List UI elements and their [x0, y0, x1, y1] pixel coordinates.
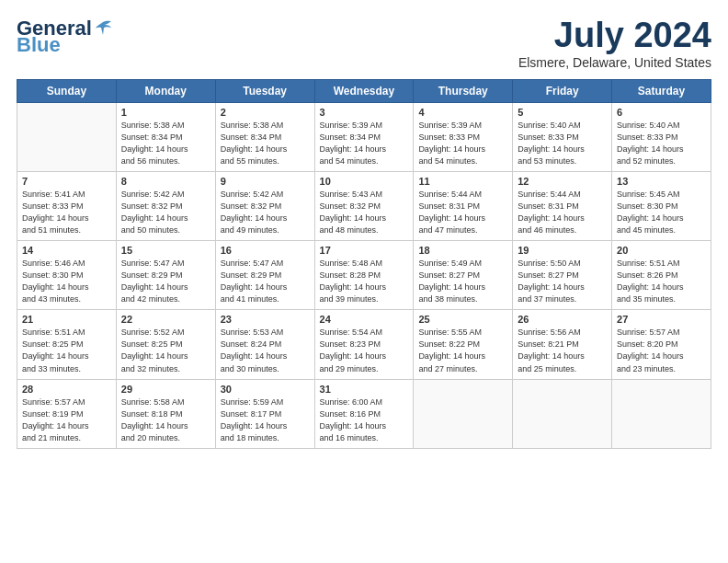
day-number: 6	[617, 107, 706, 118]
day-number: 15	[121, 245, 210, 256]
day-number: 10	[320, 176, 409, 187]
table-row: 6Sunrise: 5:40 AMSunset: 8:33 PMDaylight…	[612, 102, 711, 171]
day-number: 16	[221, 245, 310, 256]
day-number: 26	[518, 314, 607, 325]
day-number: 18	[418, 245, 507, 256]
day-info: Sunrise: 5:46 AMSunset: 8:30 PMDaylight:…	[22, 258, 111, 305]
calendar-week-row: 1Sunrise: 5:38 AMSunset: 8:34 PMDaylight…	[17, 102, 711, 171]
table-row: 26Sunrise: 5:56 AMSunset: 8:21 PMDayligh…	[513, 310, 612, 379]
day-info: Sunrise: 5:44 AMSunset: 8:31 PMDaylight:…	[518, 189, 607, 236]
table-row	[513, 379, 612, 448]
calendar-table: Sunday Monday Tuesday Wednesday Thursday…	[17, 79, 711, 449]
day-number: 2	[221, 107, 310, 118]
table-row: 9Sunrise: 5:42 AMSunset: 8:32 PMDaylight…	[215, 171, 314, 240]
day-number: 3	[320, 107, 409, 118]
day-info: Sunrise: 5:38 AMSunset: 8:34 PMDaylight:…	[221, 120, 310, 167]
day-info: Sunrise: 5:39 AMSunset: 8:34 PMDaylight:…	[320, 120, 409, 167]
day-number: 14	[22, 245, 111, 256]
calendar-week-row: 28Sunrise: 5:57 AMSunset: 8:19 PMDayligh…	[17, 379, 711, 448]
logo-blue-text: Blue	[17, 33, 61, 57]
calendar-header-row: Sunday Monday Tuesday Wednesday Thursday…	[17, 79, 711, 102]
calendar-week-row: 7Sunrise: 5:41 AMSunset: 8:33 PMDaylight…	[17, 171, 711, 240]
day-number: 20	[617, 245, 706, 256]
day-info: Sunrise: 5:57 AMSunset: 8:19 PMDaylight:…	[22, 396, 111, 444]
day-number: 11	[418, 176, 507, 187]
header: General Blue July 2024 Elsmere, Delaware…	[17, 17, 711, 70]
calendar-week-row: 21Sunrise: 5:51 AMSunset: 8:25 PMDayligh…	[17, 310, 711, 379]
day-info: Sunrise: 5:50 AMSunset: 8:27 PMDaylight:…	[518, 258, 607, 305]
day-number: 19	[518, 245, 607, 256]
day-info: Sunrise: 5:40 AMSunset: 8:33 PMDaylight:…	[518, 120, 607, 167]
day-number: 28	[22, 384, 111, 395]
col-thursday: Thursday	[414, 79, 513, 102]
day-number: 12	[518, 176, 607, 187]
day-info: Sunrise: 5:57 AMSunset: 8:20 PMDaylight:…	[617, 327, 706, 374]
table-row: 18Sunrise: 5:49 AMSunset: 8:27 PMDayligh…	[414, 241, 513, 310]
col-saturday: Saturday	[612, 79, 711, 102]
day-number: 8	[121, 176, 210, 187]
day-number: 1	[121, 107, 210, 118]
day-info: Sunrise: 5:42 AMSunset: 8:32 PMDaylight:…	[121, 189, 210, 236]
col-monday: Monday	[116, 79, 215, 102]
col-friday: Friday	[513, 79, 612, 102]
day-info: Sunrise: 5:52 AMSunset: 8:25 PMDaylight:…	[121, 327, 210, 374]
day-info: Sunrise: 5:54 AMSunset: 8:23 PMDaylight:…	[320, 327, 409, 374]
day-info: Sunrise: 5:47 AMSunset: 8:29 PMDaylight:…	[221, 258, 310, 305]
calendar-week-row: 14Sunrise: 5:46 AMSunset: 8:30 PMDayligh…	[17, 241, 711, 310]
day-info: Sunrise: 5:55 AMSunset: 8:22 PMDaylight:…	[418, 327, 507, 374]
day-info: Sunrise: 6:00 AMSunset: 8:16 PMDaylight:…	[320, 396, 409, 444]
day-number: 13	[617, 176, 706, 187]
table-row: 28Sunrise: 5:57 AMSunset: 8:19 PMDayligh…	[17, 379, 117, 448]
day-info: Sunrise: 5:48 AMSunset: 8:28 PMDaylight:…	[320, 258, 409, 305]
day-info: Sunrise: 5:42 AMSunset: 8:32 PMDaylight:…	[221, 189, 310, 236]
day-number: 9	[221, 176, 310, 187]
col-wednesday: Wednesday	[314, 79, 414, 102]
table-row: 8Sunrise: 5:42 AMSunset: 8:32 PMDaylight…	[116, 171, 215, 240]
day-info: Sunrise: 5:59 AMSunset: 8:17 PMDaylight:…	[221, 396, 310, 444]
day-info: Sunrise: 5:47 AMSunset: 8:29 PMDaylight:…	[121, 258, 210, 305]
table-row: 22Sunrise: 5:52 AMSunset: 8:25 PMDayligh…	[116, 310, 215, 379]
day-info: Sunrise: 5:49 AMSunset: 8:27 PMDaylight:…	[418, 258, 507, 305]
table-row: 3Sunrise: 5:39 AMSunset: 8:34 PMDaylight…	[314, 102, 414, 171]
col-tuesday: Tuesday	[215, 79, 314, 102]
page-container: General Blue July 2024 Elsmere, Delaware…	[0, 0, 728, 458]
day-info: Sunrise: 5:44 AMSunset: 8:31 PMDaylight:…	[418, 189, 507, 236]
day-number: 22	[121, 314, 210, 325]
table-row: 24Sunrise: 5:54 AMSunset: 8:23 PMDayligh…	[314, 310, 414, 379]
table-row: 19Sunrise: 5:50 AMSunset: 8:27 PMDayligh…	[513, 241, 612, 310]
day-info: Sunrise: 5:41 AMSunset: 8:33 PMDaylight:…	[22, 189, 111, 236]
table-row: 21Sunrise: 5:51 AMSunset: 8:25 PMDayligh…	[17, 310, 117, 379]
table-row: 10Sunrise: 5:43 AMSunset: 8:32 PMDayligh…	[314, 171, 414, 240]
table-row: 13Sunrise: 5:45 AMSunset: 8:30 PMDayligh…	[612, 171, 711, 240]
table-row: 23Sunrise: 5:53 AMSunset: 8:24 PMDayligh…	[215, 310, 314, 379]
day-number: 23	[221, 314, 310, 325]
day-info: Sunrise: 5:58 AMSunset: 8:18 PMDaylight:…	[121, 396, 210, 444]
table-row: 14Sunrise: 5:46 AMSunset: 8:30 PMDayligh…	[17, 241, 117, 310]
logo-bird-icon	[93, 18, 113, 39]
table-row: 5Sunrise: 5:40 AMSunset: 8:33 PMDaylight…	[513, 102, 612, 171]
day-info: Sunrise: 5:56 AMSunset: 8:21 PMDaylight:…	[518, 327, 607, 374]
day-number: 29	[121, 384, 210, 395]
day-number: 7	[22, 176, 111, 187]
day-number: 4	[418, 107, 507, 118]
table-row: 27Sunrise: 5:57 AMSunset: 8:20 PMDayligh…	[612, 310, 711, 379]
day-info: Sunrise: 5:51 AMSunset: 8:26 PMDaylight:…	[617, 258, 706, 305]
day-info: Sunrise: 5:51 AMSunset: 8:25 PMDaylight:…	[22, 327, 111, 374]
table-row: 15Sunrise: 5:47 AMSunset: 8:29 PMDayligh…	[116, 241, 215, 310]
subtitle: Elsmere, Delaware, United States	[518, 55, 711, 70]
day-number: 30	[221, 384, 310, 395]
day-info: Sunrise: 5:39 AMSunset: 8:33 PMDaylight:…	[418, 120, 507, 167]
day-number: 25	[418, 314, 507, 325]
day-number: 27	[617, 314, 706, 325]
table-row: 16Sunrise: 5:47 AMSunset: 8:29 PMDayligh…	[215, 241, 314, 310]
table-row: 12Sunrise: 5:44 AMSunset: 8:31 PMDayligh…	[513, 171, 612, 240]
table-row: 20Sunrise: 5:51 AMSunset: 8:26 PMDayligh…	[612, 241, 711, 310]
day-number: 24	[320, 314, 409, 325]
table-row: 2Sunrise: 5:38 AMSunset: 8:34 PMDaylight…	[215, 102, 314, 171]
day-info: Sunrise: 5:40 AMSunset: 8:33 PMDaylight:…	[617, 120, 706, 167]
day-number: 17	[320, 245, 409, 256]
table-row: 30Sunrise: 5:59 AMSunset: 8:17 PMDayligh…	[215, 379, 314, 448]
day-info: Sunrise: 5:43 AMSunset: 8:32 PMDaylight:…	[320, 189, 409, 236]
col-sunday: Sunday	[17, 79, 117, 102]
day-info: Sunrise: 5:45 AMSunset: 8:30 PMDaylight:…	[617, 189, 706, 236]
